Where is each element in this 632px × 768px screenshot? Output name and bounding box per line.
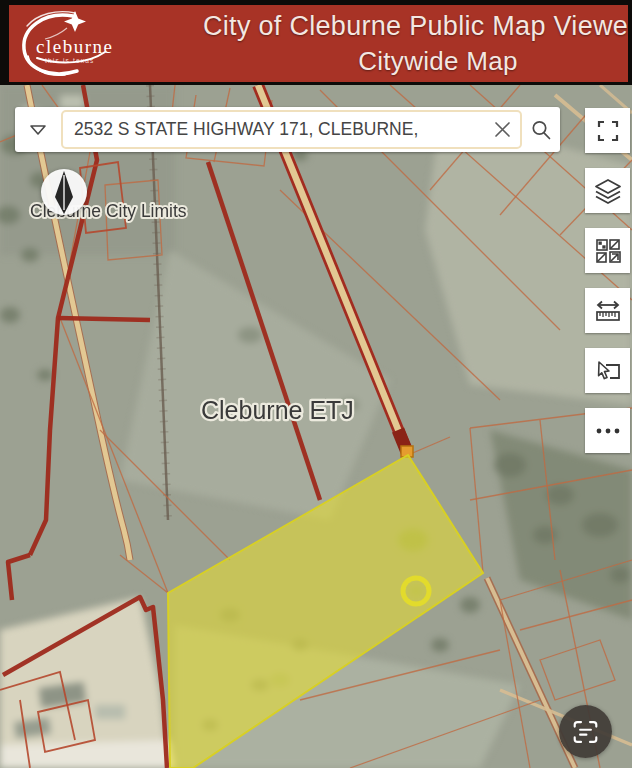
close-icon	[493, 120, 512, 139]
more-tools-button[interactable]	[585, 408, 630, 453]
tool-rail	[585, 108, 630, 453]
chevron-down-icon	[29, 124, 47, 136]
ellipsis-icon	[595, 427, 621, 435]
screenshot-button[interactable]	[559, 705, 612, 758]
select-button[interactable]	[585, 348, 630, 393]
map-area: Cleburne City Limits Cleburne ETJ	[0, 85, 632, 768]
measure-icon	[594, 299, 622, 323]
north-arrow-icon[interactable]	[41, 169, 87, 215]
app-title: City of Cleburne Public Map Viewer	[203, 11, 628, 42]
clear-search-button[interactable]	[484, 120, 520, 139]
measure-button[interactable]	[585, 288, 630, 333]
map-viewer-app: cleburne this is texas City of Cleburne …	[0, 0, 632, 768]
search-submit-button[interactable]	[522, 107, 560, 152]
select-icon	[594, 357, 622, 385]
app-subtitle: Citywide Map	[203, 46, 628, 77]
fullscreen-icon	[596, 119, 620, 143]
cleburne-logo-icon: cleburne this is texas	[13, 7, 131, 81]
screenshot-icon	[572, 719, 599, 745]
map-canvas[interactable]: Cleburne City Limits Cleburne ETJ	[0, 85, 632, 768]
search-input-wrap	[61, 110, 522, 149]
search-icon	[530, 119, 552, 141]
app-header: cleburne this is texas City of Cleburne …	[0, 0, 632, 85]
header-banner: cleburne this is texas City of Cleburne …	[9, 5, 628, 82]
search-input[interactable]	[63, 119, 484, 140]
basemap-gallery-icon	[595, 238, 621, 264]
basemap-gallery-button[interactable]	[585, 228, 630, 273]
fullscreen-button[interactable]	[585, 108, 630, 153]
search-bar	[15, 107, 560, 152]
layers-button[interactable]	[585, 168, 630, 213]
search-source-dropdown[interactable]	[15, 107, 61, 152]
etj-label: Cleburne ETJ	[201, 396, 354, 424]
cleburne-logo: cleburne this is texas	[13, 7, 131, 81]
layers-icon	[594, 178, 622, 204]
